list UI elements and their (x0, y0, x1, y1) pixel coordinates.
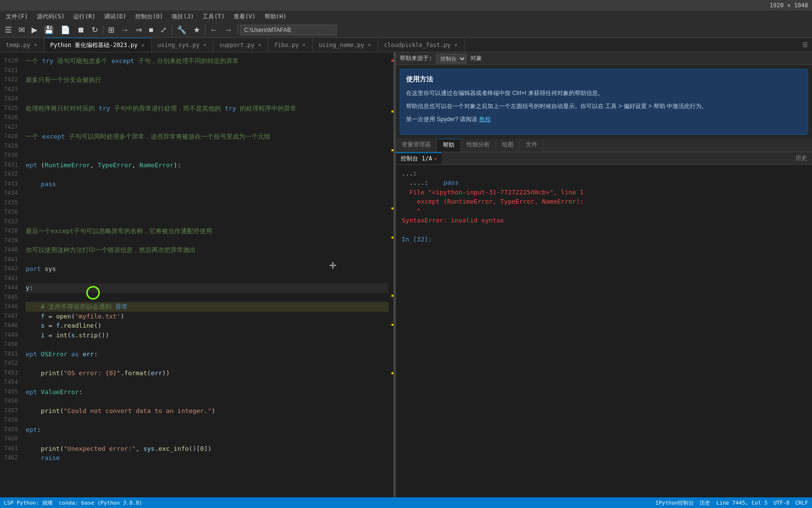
tab-using-sys[interactable]: using_sys.py × (152, 38, 214, 52)
toolbar-continue-btn[interactable]: ⇒ (133, 24, 145, 35)
code-line (26, 434, 389, 444)
right-panel-tabs: 变量管理器 帮助 性能分析 绘图 文件 (396, 139, 812, 152)
right-tab-profiler[interactable]: 性能分析 (461, 139, 496, 152)
help-popup-text3: 第一次使用 Spyder? 请阅读 教程 (406, 115, 802, 124)
menu-project[interactable]: 项目(J) (168, 12, 198, 22)
tab-using-name[interactable]: using_name.py × (313, 38, 378, 52)
tab-fibo-close[interactable]: × (302, 42, 307, 48)
code-line: 最多只有一个分支会被执行 (26, 75, 389, 85)
toolbar-save-btn[interactable]: 💾 (41, 24, 57, 35)
code-line (26, 274, 389, 284)
tabs-menu-btn[interactable]: ☰ (798, 38, 812, 52)
tutorial-link[interactable]: 教程 (479, 116, 491, 123)
tab-quantitative[interactable]: Python 量化编程基础-2023.py × (45, 38, 152, 52)
history-tab-label: 历史 (796, 154, 807, 162)
indicator-warning1 (391, 111, 393, 112)
menu-view[interactable]: 查看(V) (230, 12, 260, 22)
menu-debug[interactable]: 调试(D) (100, 12, 130, 22)
tab-fibo[interactable]: fibo.py × (268, 38, 313, 52)
toolbar-stop2-btn[interactable]: ■ (146, 25, 156, 35)
help-source-label: 帮助来源于: (400, 54, 432, 63)
code-line: 处理程序将只针对对应的 try 子句中的异常进行处理，而不是其他的 try 的处… (26, 104, 389, 113)
tab-support-close[interactable]: × (257, 42, 262, 48)
menu-help[interactable]: 帮助(H) (261, 12, 291, 22)
code-line (26, 217, 389, 227)
tab-cloudpickle[interactable]: cloudpickle_fast.py × (378, 38, 465, 52)
code-line: port sys (26, 264, 389, 274)
console-output-line1: ...: (402, 169, 806, 178)
code-line: ept: (26, 425, 389, 435)
console-tab-close[interactable]: ✕ (434, 156, 437, 161)
code-line: s = f.readline() (26, 321, 389, 331)
code-line: raise (26, 453, 389, 463)
toolbar-step-btn[interactable]: → (118, 25, 132, 35)
tab-using-sys-label: using_sys.py (157, 42, 200, 48)
menu-tools[interactable]: 工具(T) (199, 12, 229, 22)
help-source-select[interactable]: 控制台 (436, 54, 467, 64)
tab-temp-close[interactable]: × (33, 42, 38, 48)
toolbar-refresh-btn[interactable]: ↻ (89, 24, 101, 35)
toolbar-file-btn[interactable]: 📄 (58, 24, 73, 35)
toolbar-sep2 (172, 25, 172, 35)
status-lsp: LSP Python: 就绪 (4, 499, 53, 507)
help-popup-title: 使用方法 (406, 75, 802, 84)
editor-panel: 7420742174227423742474257426742774287429… (0, 52, 393, 497)
help-popup: 使用方法 在这里你可以通过在编辑器或者终端中按 Ctrl+I 来获得任何对象的帮… (400, 69, 808, 135)
console-prompt: In [32]: (402, 235, 806, 244)
code-line: print("OS error: {0}".format(err)) (26, 368, 389, 378)
console-output-syntax-error: SyntaxError: invalid syntax (402, 216, 806, 225)
tab-using-name-label: using_name.py (319, 42, 364, 48)
toolbar-mail-btn[interactable]: ✉ (16, 24, 28, 35)
tab-cloudpickle-close[interactable]: × (453, 42, 458, 48)
tab-cloudpickle-label: cloudpickle_fast.py (384, 42, 451, 48)
right-tab-plots[interactable]: 绘图 (496, 139, 520, 152)
menu-file[interactable]: 文件(F) (2, 12, 32, 22)
code-content[interactable]: 一个 try 语句可能包含多个 except 子句，分别来处理不同的特定的异常 … (22, 52, 389, 497)
console-tab-main[interactable]: 控制台 1/A ✕ (396, 152, 442, 164)
code-area: 7420742174227423742474257426742774287429… (0, 52, 393, 497)
toolbar-stop-btn[interactable]: ⏹ (74, 25, 88, 35)
toolbar-tools-btn[interactable]: 🔧 (174, 24, 189, 35)
code-line (26, 415, 389, 425)
path-input[interactable] (240, 25, 337, 35)
resolution-display: 1920 × 1048 (770, 2, 808, 9)
toolbar-back-btn[interactable]: ← (207, 25, 221, 35)
code-line: 一个 except 子句可以同时处理多个异常，这些异常将被放在一个括号里成为一个… (26, 132, 389, 142)
status-history: 历史 (700, 499, 710, 507)
right-tab-files[interactable]: 文件 (520, 139, 544, 152)
status-left: LSP Python: 就绪 conda: base (Python 3.8.8… (4, 499, 142, 507)
toolbar-star-btn[interactable]: ★ (190, 24, 203, 35)
indicator-warning6 (391, 324, 393, 326)
code-line (26, 66, 389, 76)
status-right: IPython控制台 历史 Line 7445, Col 5 UTF-8 CRL… (656, 499, 808, 507)
tab-temp[interactable]: temp.py × (0, 38, 45, 52)
right-tab-help[interactable]: 帮助 (437, 139, 461, 152)
console-output-line4: except (RuntimeError, TypeError, NameErr… (402, 197, 806, 206)
toolbar-expand-btn[interactable]: ⤢ (157, 24, 170, 35)
toolbar-play-btn[interactable]: ▶ (29, 24, 40, 35)
code-line: 最后一个except子句可以忽略异常的名称，它将被当作通配符使用 (26, 226, 389, 236)
code-line (26, 198, 389, 208)
menu-run[interactable]: 运行(R) (69, 12, 99, 22)
console-output-line2: ....: pass (402, 178, 806, 188)
help-source-bar: 帮助来源于: 控制台 对象 (396, 52, 812, 65)
console-tabs-bar: 控制台 1/A ✕ 历史 (396, 152, 812, 165)
main-layout: 7420742174227423742474257426742774287429… (0, 52, 812, 497)
console-content: ...: ....: pass File "<ipython-input-31-… (396, 165, 812, 497)
menu-source[interactable]: 源代码(S) (33, 12, 69, 22)
code-line: 你可以使用这种方法打印一个错误信息，然后再次把异常抛出 (26, 245, 389, 255)
right-panel: 帮助来源于: 控制台 对象 使用方法 在这里你可以通过在编辑器或者终端中按 Ct… (395, 52, 812, 497)
toolbar-list-btn[interactable]: ☰ (2, 24, 15, 35)
toolbar-forward-btn[interactable]: → (222, 25, 235, 35)
tab-using-sys-close[interactable]: × (203, 42, 207, 48)
menu-console[interactable]: 控制台(O) (131, 12, 167, 22)
toolbar-split-btn[interactable]: ⊞ (105, 24, 117, 35)
code-line: 一个 try 语句可能包含多个 except 子句，分别来处理不同的特定的异常 (26, 56, 389, 66)
tab-using-name-close[interactable]: × (367, 42, 372, 48)
toolbar-sep1 (103, 25, 103, 35)
indicator-error (391, 60, 393, 62)
console-history-tab[interactable]: 历史 (791, 152, 812, 164)
tab-quantitative-close[interactable]: × (141, 42, 145, 48)
right-tab-variables[interactable]: 变量管理器 (396, 139, 437, 152)
tab-support[interactable]: support.py × (214, 38, 268, 52)
